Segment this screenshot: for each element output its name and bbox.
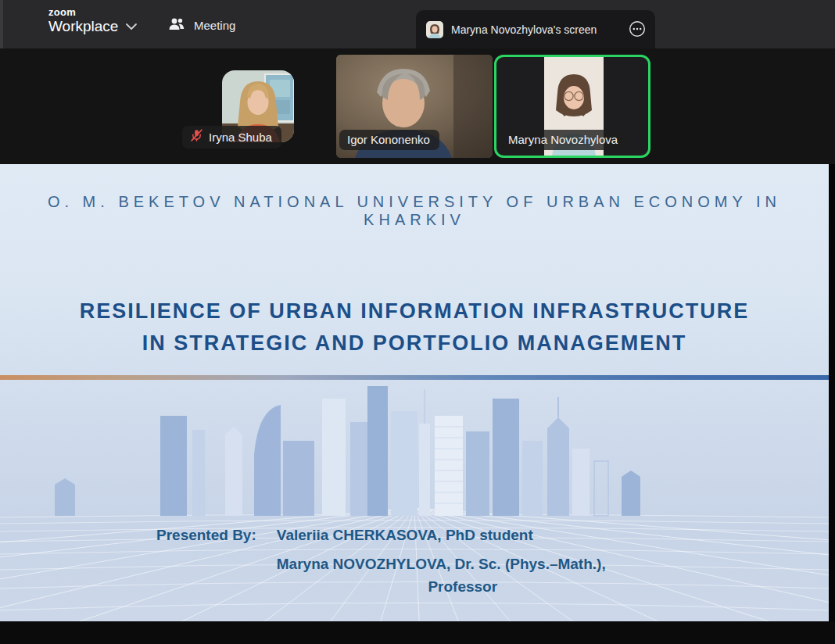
logo-text-workplace: Workplace	[48, 18, 118, 35]
window-tab-bar: zoom Workplace Meeting	[0, 0, 835, 48]
participant-tile-iryna-shuba[interactable]: Iryna Shuba	[180, 55, 336, 158]
presenter-2: Maryna NOVOZHYLOVA, Dr. Sc. (Phys.–Math.…	[277, 555, 606, 574]
window-edge	[0, 0, 3, 48]
presented-by-block: Presented By: Valeriia CHERKASOVA, PhD s…	[156, 526, 606, 596]
tab-screen-share[interactable]: Maryna Novozhylova's screen	[416, 10, 655, 48]
participant-name-label: Iryna Shuba	[182, 126, 281, 148]
presented-by-label: Presented By:	[156, 526, 256, 596]
presenter-2-title: Professor	[277, 578, 606, 596]
chevron-down-icon[interactable]	[121, 19, 142, 34]
participant-name: Maryna Novozhylova	[508, 133, 618, 146]
participant-tile-igor-kononenko[interactable]: Igor Kononenko	[336, 55, 493, 158]
presenter-1: Valeriia CHERKASOVA, PhD student	[277, 526, 606, 545]
tab-screen-share-label: Maryna Novozhylova's screen	[451, 23, 627, 36]
presenter-names: Valeriia CHERKASOVA, PhD student Maryna …	[277, 526, 606, 596]
participant-name: Igor Kononenko	[347, 133, 430, 146]
zoom-workplace-logo[interactable]: zoom Workplace	[48, 7, 118, 35]
bottom-black-bar	[0, 621, 835, 644]
participant-name: Iryna Shuba	[209, 131, 272, 144]
presentation-title: RESILIENCE OF URBAN INFORMATION INFRASTR…	[0, 295, 829, 360]
title-line-1: RESILIENCE OF URBAN INFORMATION INFRASTR…	[0, 295, 829, 327]
tab-meeting[interactable]: Meeting	[156, 11, 246, 39]
participant-name-label: Igor Kononenko	[339, 130, 439, 150]
logo-text-zoom: zoom	[48, 7, 118, 18]
participants-icon	[167, 16, 186, 34]
participant-name-label: Maryna Novozhylova	[500, 130, 627, 150]
avatar	[426, 21, 443, 38]
participant-tile-maryna-novozhylova[interactable]: Maryna Novozhylova	[494, 55, 650, 158]
tab-meeting-label: Meeting	[194, 19, 235, 32]
mic-muted-icon	[190, 129, 203, 145]
shared-screen-slide: O. M. BEKETOV NATIONAL UNIVERSITY OF URB…	[0, 164, 829, 621]
video-strip: Iryna Shuba	[0, 48, 835, 164]
more-options-icon[interactable]	[627, 20, 647, 40]
zoom-app-window: zoom Workplace Meeting	[0, 0, 835, 644]
title-line-2: IN STRATEGIC AND PORTFOLIO MANAGEMENT	[0, 327, 829, 360]
gradient-divider	[0, 375, 829, 380]
university-name: O. M. BEKETOV NATIONAL UNIVERSITY OF URB…	[0, 193, 829, 229]
